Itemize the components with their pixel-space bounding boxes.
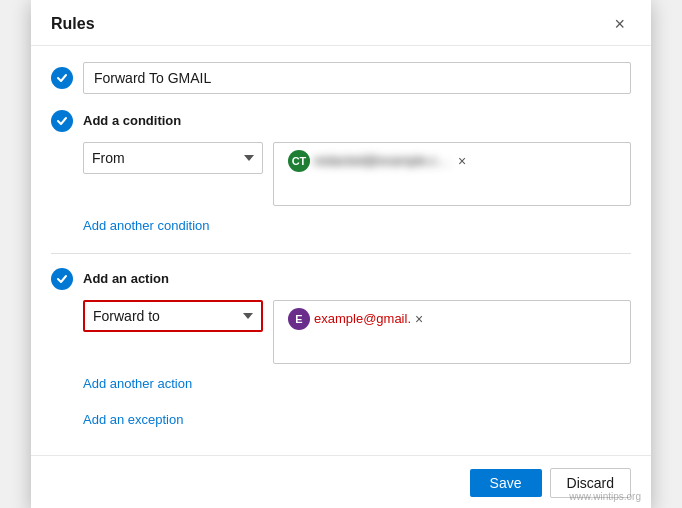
action-row: Forward to Move to Delete Mark as read F… [83,300,631,364]
dialog-body: Add a condition From Subject To CC Has a… [31,46,651,455]
action-tag-avatar: E [288,308,310,330]
action-section-header: Add an action [51,268,631,290]
section-divider [51,253,631,254]
condition-tag-email: redacted@example.com [314,153,454,168]
add-action-link[interactable]: Add another action [83,376,192,391]
add-exception-link[interactable]: Add an exception [83,412,183,427]
action-tag-box: E example@gmail. × [273,300,631,364]
rule-name-row [51,62,631,94]
action-section: Add an action Forward to Move to Delete … [51,268,631,403]
condition-section-header: Add a condition [51,110,631,132]
action-section-label: Add an action [83,271,169,286]
dialog-header: Rules × [31,0,651,46]
condition-section-label: Add a condition [83,113,181,128]
condition-row: From Subject To CC Has attachment Import… [83,142,631,206]
action-tag-remove[interactable]: × [415,312,423,326]
close-button[interactable]: × [608,13,631,35]
dialog-footer: Save Discard [31,455,651,509]
condition-tag-avatar: CT [288,150,310,172]
rule-name-check-icon [51,67,73,89]
action-check-icon [51,268,73,290]
condition-select[interactable]: From Subject To CC Has attachment Import… [83,142,263,174]
action-select[interactable]: Forward to Move to Delete Mark as read F… [83,300,263,332]
condition-section: Add a condition From Subject To CC Has a… [51,110,631,245]
save-button[interactable]: Save [470,469,542,497]
dialog-title: Rules [51,15,95,33]
watermark: www.wintips.org [569,491,641,502]
condition-tag-remove[interactable]: × [458,154,466,168]
action-tag: E example@gmail. × [282,307,429,331]
rules-dialog: Rules × Add a condition [31,0,651,508]
add-condition-link[interactable]: Add another condition [83,218,209,233]
condition-tag-box: CT redacted@example.com × [273,142,631,206]
rule-name-input[interactable] [83,62,631,94]
action-tag-email: example@gmail. [314,311,411,326]
condition-check-icon [51,110,73,132]
condition-tag: CT redacted@example.com × [282,149,472,173]
